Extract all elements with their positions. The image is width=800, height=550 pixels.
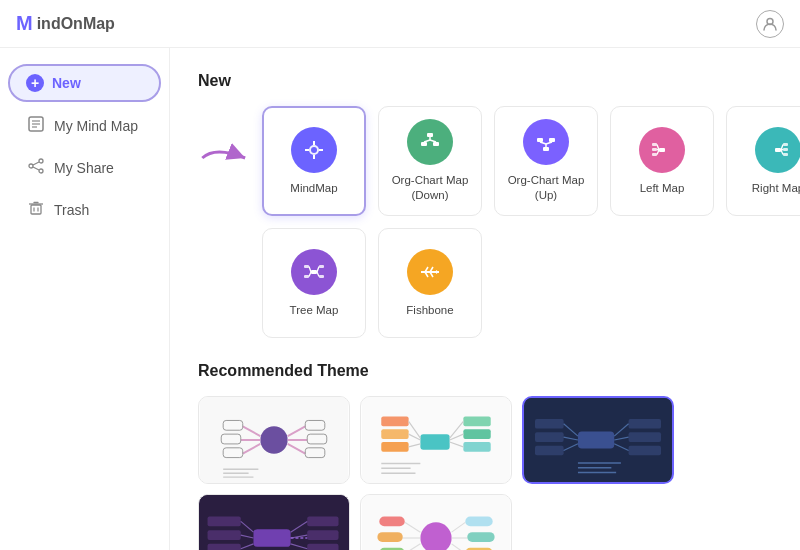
arrow-wrapper — [198, 106, 258, 180]
svg-rect-104 — [629, 419, 661, 429]
arrow-icon — [198, 136, 258, 180]
svg-point-63 — [260, 426, 287, 453]
mindmap-label: MindMap — [290, 181, 337, 196]
svg-rect-21 — [427, 133, 433, 137]
trash-icon — [28, 200, 44, 220]
svg-rect-40 — [775, 148, 781, 152]
svg-rect-36 — [652, 153, 657, 156]
map-card-left-map[interactable]: Left Map — [610, 106, 714, 216]
sidebar-item-my-mind-map[interactable]: My Mind Map — [8, 106, 161, 146]
map-card-mindmap[interactable]: MindMap — [262, 106, 366, 216]
svg-rect-89 — [463, 442, 490, 452]
svg-rect-35 — [652, 148, 657, 151]
svg-rect-50 — [304, 265, 309, 268]
org-down-icon — [407, 119, 453, 165]
map-card-org-down[interactable]: Org-Chart Map(Down) — [378, 106, 482, 216]
svg-rect-10 — [31, 205, 41, 214]
sidebar-item-my-share[interactable]: My Share — [8, 148, 161, 188]
theme-grid — [198, 396, 772, 550]
svg-line-26 — [430, 140, 436, 142]
svg-rect-101 — [535, 446, 564, 456]
svg-line-32 — [546, 142, 552, 144]
svg-rect-42 — [783, 148, 788, 151]
svg-point-6 — [29, 164, 33, 168]
tree-icon — [291, 249, 337, 295]
svg-line-8 — [33, 162, 39, 165]
theme-card-1[interactable] — [198, 396, 350, 484]
svg-rect-43 — [783, 153, 788, 156]
svg-line-52 — [317, 266, 319, 272]
right-map-label: Right Map — [752, 181, 800, 196]
svg-line-53 — [317, 272, 319, 277]
svg-line-9 — [33, 167, 39, 170]
svg-rect-88 — [463, 429, 490, 439]
svg-rect-123 — [307, 544, 338, 550]
svg-rect-116 — [208, 544, 241, 550]
theme-card-2[interactable] — [360, 396, 512, 484]
svg-rect-23 — [433, 142, 439, 146]
svg-rect-29 — [549, 138, 555, 142]
svg-rect-114 — [208, 517, 241, 527]
map-row-2: Tree Map — [262, 228, 800, 338]
sidebar-item-my-share-label: My Share — [54, 160, 114, 176]
svg-rect-51 — [304, 275, 309, 278]
mind-map-icon — [28, 116, 44, 136]
right-map-icon — [755, 127, 800, 173]
header: MindOnMap — [0, 0, 800, 48]
map-card-tree[interactable]: Tree Map — [262, 228, 366, 338]
theme-row-2 — [198, 494, 772, 550]
tree-label: Tree Map — [290, 303, 339, 318]
svg-rect-33 — [659, 148, 665, 152]
theme-card-4[interactable] — [198, 494, 350, 550]
svg-line-55 — [309, 272, 311, 277]
svg-rect-134 — [465, 517, 492, 527]
org-down-label: Org-Chart Map(Down) — [392, 173, 469, 203]
svg-rect-136 — [467, 532, 494, 542]
map-card-fishbone[interactable]: Fishbone — [378, 228, 482, 338]
svg-rect-28 — [537, 138, 543, 142]
svg-line-46 — [781, 150, 783, 155]
svg-rect-142 — [377, 532, 402, 542]
svg-rect-34 — [652, 143, 657, 146]
svg-rect-48 — [319, 265, 324, 268]
svg-line-31 — [540, 142, 546, 144]
recommended-title: Recommended Theme — [198, 362, 772, 380]
svg-line-54 — [309, 266, 311, 272]
new-section: MindMap — [198, 106, 772, 338]
sidebar-item-my-mind-map-label: My Mind Map — [54, 118, 138, 134]
map-card-right-map[interactable]: Right Map — [726, 106, 800, 216]
theme-row-1 — [198, 396, 772, 484]
fishbone-label: Fishbone — [406, 303, 453, 318]
share-icon — [28, 158, 44, 178]
left-map-icon — [639, 127, 685, 173]
theme-card-5[interactable] — [360, 494, 512, 550]
sidebar-item-trash[interactable]: Trash — [8, 190, 161, 230]
svg-rect-81 — [381, 417, 408, 427]
svg-rect-22 — [421, 142, 427, 146]
logo: MindOnMap — [16, 12, 115, 35]
svg-rect-82 — [381, 429, 408, 439]
svg-rect-121 — [307, 517, 338, 527]
mindmap-icon — [291, 127, 337, 173]
svg-rect-80 — [420, 434, 449, 450]
svg-rect-120 — [253, 529, 290, 547]
svg-rect-103 — [578, 431, 614, 448]
svg-rect-122 — [307, 530, 338, 540]
recommended-section: Recommended Theme — [198, 362, 772, 550]
svg-rect-87 — [463, 417, 490, 427]
svg-line-39 — [657, 150, 659, 155]
svg-line-25 — [424, 140, 430, 142]
map-card-org-up[interactable]: Org-Chart Map (Up) — [494, 106, 598, 216]
theme-card-3[interactable] — [522, 396, 674, 484]
user-avatar[interactable] — [756, 10, 784, 38]
org-up-label: Org-Chart Map (Up) — [495, 173, 597, 203]
sidebar-item-trash-label: Trash — [54, 202, 89, 218]
svg-point-7 — [39, 169, 43, 173]
org-up-icon — [523, 119, 569, 165]
svg-rect-41 — [783, 143, 788, 146]
sidebar: + New My Mind Map — [0, 48, 170, 550]
svg-rect-106 — [629, 446, 661, 456]
new-button[interactable]: + New — [8, 64, 161, 102]
svg-rect-140 — [379, 517, 404, 527]
logo-m: M — [16, 12, 33, 35]
